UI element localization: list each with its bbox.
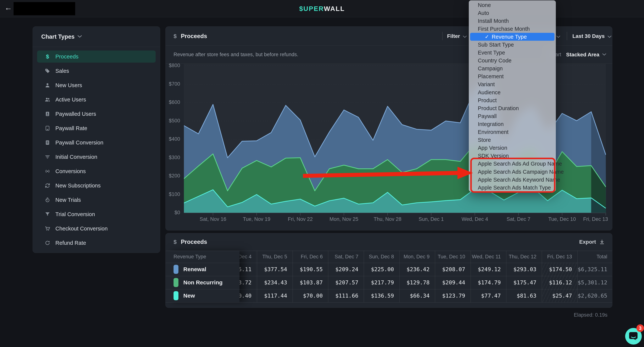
logo-accent: $UPER [299,5,324,12]
incomplete-day-hatch [542,263,577,302]
trial-conversion-icon [44,211,50,217]
chart-type-select[interactable]: Chart Stacked Area [549,46,606,64]
dropdown-option-campaign[interactable]: Campaign [469,65,556,73]
table-cell: $117.44 [257,289,292,302]
sidebar-item-trial-conversion[interactable]: Trial Conversion [37,208,156,220]
dropdown-option-first-purchase-month[interactable]: First Purchase Month [469,25,556,33]
dropdown-option-audience[interactable]: Audience [469,89,556,96]
table-cell: $190.55 [293,263,328,276]
table-cell: $174.79 [471,276,506,289]
dropdown-option-integration[interactable]: Integration [469,120,556,128]
paywall-rate-icon [44,125,50,131]
table-cell: $249.12 [471,263,506,276]
revenue-type-header: Revenue Type [166,251,240,263]
column-header: Total [578,251,612,263]
dropdown-option-sdk-version[interactable]: SDK Version [469,152,556,160]
initial-conversion-icon [44,154,50,160]
sidebar-item-sales[interactable]: Sales [37,65,156,77]
new-subscriptions-icon [44,183,50,189]
table-cell: $293.03 [506,263,542,276]
group-by-select-chevron[interactable] [556,27,560,46]
y-axis-tick-label: $200 [156,173,180,179]
dropdown-option-apple-search-ads-campaign-name[interactable]: Apple Search Ads Campaign Name [469,168,556,176]
series-name: New [183,292,195,299]
dollar-icon: $ [174,33,177,40]
dropdown-option-placement[interactable]: Placement [469,73,556,81]
column-header: Fri, Dec 13 [542,251,577,263]
chevron-down-icon [608,33,612,39]
sidebar-item-checkout-conversion[interactable]: Checkout Conversion [37,222,156,235]
dropdown-option-apple-search-ads-match-type[interactable]: Apple Search Ads Match Type [469,184,556,192]
sidebar-item-label: Conversions [56,168,86,174]
dropdown-option-auto[interactable]: Auto [469,9,556,17]
dropdown-option-store[interactable]: Store [469,136,556,144]
sidebar-item-new-subscriptions[interactable]: New Subscriptions [37,180,156,192]
table-row-divider [166,302,612,303]
y-axis-tick-label: $0 [156,210,180,216]
export-button[interactable]: Export [579,233,604,251]
sidebar-item-initial-conversion[interactable]: Initial Conversion [37,151,156,163]
table-cell: $81.63 [506,289,542,302]
y-axis-tick-label: $300 [156,155,180,160]
sidebar-item-conversions[interactable]: Conversions [37,165,156,177]
dropdown-option-apple-search-ads-keyword-name[interactable]: Apple Search Ads Keyword Name [469,176,556,184]
series-name: Renewal [183,266,206,272]
superwall-dashboard: ← $UPERWALL Chart Types $ProceedsSalesNe… [0,0,644,347]
sidebar-item-new-trials[interactable]: New Trials [37,194,156,206]
table-column-tue-dec-10: Tue, Dec 10$208.07$209.44$123.79 [435,251,470,302]
sidebar-item-paywall-rate[interactable]: Paywall Rate [37,122,156,134]
back-button[interactable]: ← [4,4,12,12]
table-cell: $236.42 [400,263,435,276]
dropdown-option-install-month[interactable]: Install Month [469,17,556,25]
chart-types-header[interactable]: Chart Types [33,27,160,47]
dropdown-option-country-code[interactable]: Country Code [469,57,556,65]
dropdown-option-app-version[interactable]: App Version [469,144,556,152]
user-icon [44,82,50,88]
dropdown-option-sub-start-type[interactable]: Sub Start Type [469,41,556,49]
dropdown-option-product-duration[interactable]: Product Duration [469,104,556,112]
column-header: Sat, Dec 7 [328,251,364,263]
dropdown-option-variant[interactable]: Variant [469,81,556,89]
dropdown-option-apple-search-ads-ad-group-name[interactable]: Apple Search Ads Ad Group Name [469,160,556,168]
dropdown-option-revenue-type[interactable]: ✓Revenue Type [470,33,554,41]
x-axis-tick-label: Mon, Nov 25 [319,216,368,222]
column-header: Fri, Dec 6 [293,251,328,263]
table-cell-total: $2,620.65 [578,289,612,302]
dropdown-option-none[interactable]: None [469,1,556,9]
x-axis-tick-label: Sat, Nov 16 [188,216,238,222]
table-cell: $209.24 [328,263,364,276]
y-axis-tick-label: $600 [156,99,180,105]
sidebar-item-paywalled-users[interactable]: Paywalled Users [37,108,156,120]
divider [442,32,442,40]
table-first-column: Revenue TypeRenewalNon RecurringNew [166,251,240,302]
sidebar-item-active-users[interactable]: Active Users [37,94,156,106]
tag-icon [44,68,50,74]
notification-badge: 3 [636,324,644,332]
sidebar-item-refund-rate[interactable]: Refund Rate [37,237,156,249]
table-row-new: New [166,289,240,302]
column-header: Tue, Dec 10 [435,251,470,263]
checkmark-icon: ✓ [485,34,489,40]
sidebar-item-proceeds[interactable]: $Proceeds [37,51,156,63]
sidebar-item-label: Trial Conversion [56,211,95,217]
filter-button[interactable]: Filter [447,27,467,46]
sidebar-item-new-users[interactable]: New Users [37,79,156,91]
filter-label: Filter [447,33,460,39]
dropdown-option-environment[interactable]: Environment [469,128,556,136]
column-header: Wed, Dec 11 [471,251,506,263]
table-column-total: Total$6,325.11$5,301.12$2,620.65 [577,251,612,302]
sidebar-item-paywall-conversion[interactable]: Paywall Conversion [37,137,156,149]
table-cell: $136.59 [364,289,399,302]
chevron-down-icon [602,53,606,56]
y-axis-tick-label: $100 [156,191,180,197]
date-range-select[interactable]: Last 30 Days [572,27,612,46]
superwall-logo: $UPERWALL [299,5,345,13]
sidebar-item-label: Paywall Rate [56,125,87,131]
chart-types-sidebar: Chart Types $ProceedsSalesNew UsersActiv… [32,27,160,253]
dropdown-option-paywall[interactable]: Paywall [469,112,556,120]
chart-panel-title: Proceeds [181,33,207,40]
table-cell: $377.54 [257,263,292,276]
dropdown-option-product[interactable]: Product [469,96,556,104]
dollar-icon: $ [174,239,177,245]
dropdown-option-event-type[interactable]: Event Type [469,49,556,57]
